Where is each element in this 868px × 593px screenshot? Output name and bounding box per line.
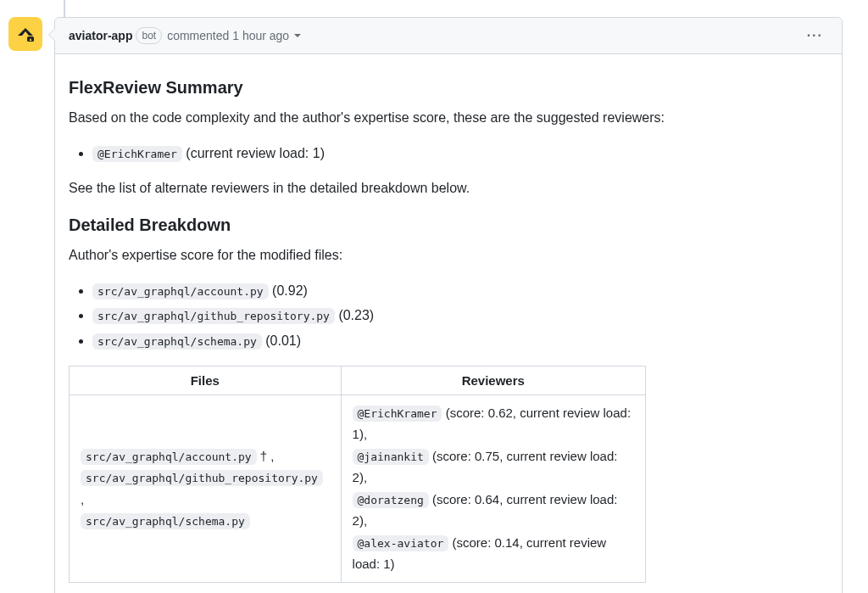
aviator-icon: [15, 24, 36, 44]
bot-badge: bot: [136, 27, 162, 44]
breakdown-table: Files Reviewers src/av_graphql/account.p…: [69, 366, 646, 583]
col-reviewers: Reviewers: [341, 366, 645, 394]
col-files: Files: [70, 366, 342, 394]
table-file-line: src/av_graphql/schema.py: [81, 510, 330, 532]
reviewers-cell: @ErichKramer (score: 0.62, current revie…: [341, 394, 645, 582]
file-score-list: src/av_graphql/account.py (0.92)src/av_g…: [69, 279, 828, 352]
summary-heading: FlexReview Summary: [69, 78, 828, 98]
list-item: src/av_graphql/schema.py (0.01): [92, 329, 828, 352]
comment-body: FlexReview Summary Based on the code com…: [55, 54, 842, 593]
table-reviewer-line: @jainankit (score: 0.75, current review …: [353, 445, 634, 489]
table-file-line: src/av_graphql/account.py † ,: [81, 445, 330, 467]
file-path: src/av_graphql/github_repository.py: [81, 470, 323, 486]
files-cell: src/av_graphql/account.py † ,src/av_grap…: [70, 394, 342, 582]
timeline-line: [64, 0, 65, 17]
more-options-icon[interactable]: ···: [802, 25, 828, 47]
table-reviewer-line: @ErichKramer (score: 0.62, current revie…: [353, 402, 634, 445]
file-path: src/av_graphql/account.py: [92, 283, 269, 299]
reviewer-handle[interactable]: @ErichKramer: [353, 406, 442, 422]
reviewer-handle[interactable]: @alex-aviator: [353, 535, 449, 551]
list-item: src/av_graphql/github_repository.py (0.2…: [92, 304, 828, 327]
suggested-reviewer: @ErichKramer (current review load: 1): [92, 142, 828, 165]
file-path: src/av_graphql/schema.py: [92, 333, 262, 350]
chevron-down-icon[interactable]: [294, 34, 301, 37]
list-item: src/av_graphql/account.py (0.92): [92, 279, 828, 302]
file-path: src/av_graphql/schema.py: [81, 513, 250, 529]
table-reviewer-line: @alex-aviator (score: 0.14, current revi…: [353, 532, 634, 575]
comment-time[interactable]: 1 hour ago: [232, 29, 289, 42]
breakdown-intro: Author's expertise score for the modifie…: [69, 245, 828, 266]
table-file-line: src/av_graphql/github_repository.py ,: [81, 467, 330, 510]
file-path: src/av_graphql/account.py: [81, 449, 257, 465]
table-reviewer-line: @doratzeng (score: 0.64, current review …: [353, 489, 634, 532]
alt-reviewers-note: See the list of alternate reviewers in t…: [69, 178, 828, 199]
reviewer-handle[interactable]: @doratzeng: [353, 492, 429, 508]
comment-action: commented: [167, 29, 229, 42]
comment-pointer: [48, 28, 55, 42]
breakdown-heading: Detailed Breakdown: [69, 215, 828, 235]
avatar[interactable]: [8, 17, 42, 51]
summary-intro: Based on the code complexity and the aut…: [69, 108, 828, 128]
author-link[interactable]: aviator-app: [69, 29, 132, 42]
reviewer-handle[interactable]: @jainankit: [353, 449, 429, 465]
file-path: src/av_graphql/github_repository.py: [92, 308, 335, 324]
reviewer-handle[interactable]: @ErichKramer: [92, 146, 182, 162]
comment-header: aviator-app bot commented 1 hour ago ···: [55, 18, 842, 54]
comment-container: aviator-app bot commented 1 hour ago ···…: [54, 17, 843, 593]
